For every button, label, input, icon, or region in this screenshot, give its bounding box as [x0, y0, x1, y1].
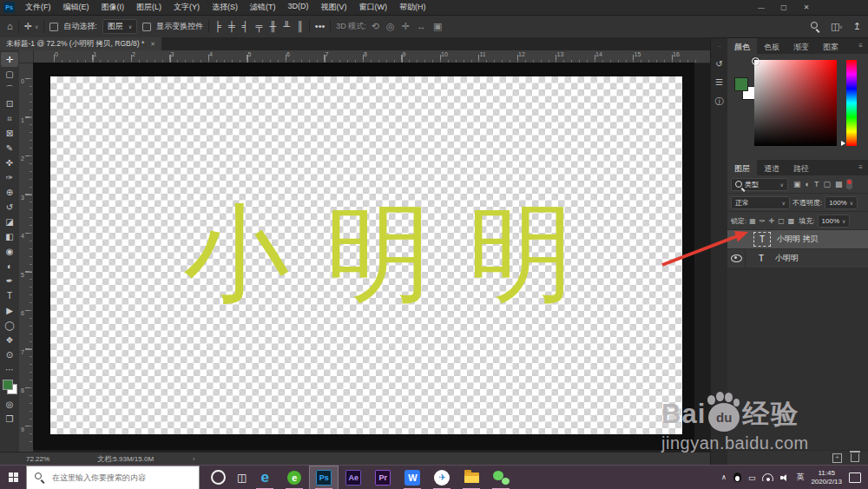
move-tool[interactable]: ✛ [1, 52, 18, 67]
start-button[interactable] [0, 466, 26, 489]
menu-item[interactable]: 视图(V) [315, 2, 353, 13]
action-center-icon[interactable] [849, 472, 861, 483]
filter-toggle-switch[interactable] [846, 179, 852, 189]
hue-slider[interactable] [846, 60, 857, 146]
marquee-tool[interactable]: ▢ [1, 67, 18, 82]
search-icon[interactable] [811, 22, 820, 31]
type-tool[interactable]: T [1, 288, 18, 303]
restore-button[interactable]: ▢ [773, 0, 795, 15]
hand-tool[interactable]: ❖ [1, 333, 18, 347]
brush-tool[interactable]: ✑ [1, 170, 18, 185]
healing-brush-tool[interactable]: ✜ [1, 155, 18, 170]
status-chevron-icon[interactable]: › [193, 455, 195, 463]
screen-mode-icon[interactable]: ❐ [1, 412, 18, 426]
lasso-tool[interactable]: ⌒ [1, 82, 18, 96]
lock-position-icon[interactable]: ✛ [769, 217, 775, 225]
taskbar-360-browser[interactable]: e [279, 466, 309, 489]
wifi-icon[interactable] [762, 473, 773, 481]
taskbar-clock[interactable]: 11:45 2020/2/13 [811, 469, 842, 486]
path-selection-tool[interactable]: ▶ [1, 303, 18, 318]
info-panel-icon[interactable]: ⓘ [715, 96, 724, 108]
lock-all-icon[interactable]: ▩ [788, 217, 795, 225]
eraser-tool[interactable]: ◪ [1, 215, 18, 229]
filter-smart-icon[interactable]: ▩ [835, 180, 843, 188]
edit-toolbar-icon[interactable]: ⋯ [1, 362, 18, 377]
align-top-icon[interactable]: ╤ [256, 22, 263, 31]
object-selection-tool[interactable]: ⊡ [1, 96, 18, 111]
document-canvas[interactable]: 小明明 [50, 76, 682, 434]
menu-item[interactable]: 图像(I) [95, 2, 131, 13]
new-layer-icon[interactable]: + [832, 453, 842, 463]
menu-item[interactable]: 编辑(E) [57, 2, 95, 13]
distribute-h-icon[interactable]: ╫ [269, 22, 276, 31]
panel-tab[interactable]: 色板 [757, 38, 786, 54]
frame-tool[interactable]: ⊠ [1, 126, 18, 141]
workspace-switcher[interactable]: ◫∨ [831, 22, 843, 31]
history-panel-icon[interactable]: ↺ [715, 59, 722, 69]
3d-slide-icon[interactable]: ↔ [417, 22, 426, 31]
3d-orbit-icon[interactable]: ⟲ [372, 22, 379, 31]
taskbar-search-box[interactable] [26, 466, 200, 489]
taskbar-explorer[interactable] [457, 466, 486, 489]
layer-visibility-toggle[interactable] [727, 249, 746, 268]
crop-tool[interactable]: ⌗ [1, 111, 18, 126]
search-input[interactable] [50, 472, 184, 483]
quick-mask-icon[interactable]: ◎ [1, 397, 18, 412]
dock-handle[interactable]: ‥ [717, 42, 721, 50]
auto-select-dropdown[interactable]: 图层∨ [102, 19, 137, 34]
align-left-icon[interactable]: ╞ [214, 22, 221, 31]
taskbar-edge[interactable]: e [250, 466, 279, 489]
input-language[interactable]: 英 [796, 472, 804, 483]
blur-tool[interactable]: ◉ [1, 244, 18, 259]
touchpad-tray-icon[interactable]: ▭ [748, 473, 756, 482]
task-view-icon[interactable]: ◫ [237, 472, 247, 484]
menu-item[interactable]: 帮助(H) [393, 2, 432, 13]
filter-adjustment-icon[interactable]: ◐ [806, 180, 810, 188]
menu-item[interactable]: 3D(D) [282, 2, 315, 13]
menu-item[interactable]: 文件(F) [19, 2, 57, 13]
filter-shape-icon[interactable]: ▢ [823, 180, 831, 188]
distribute-v-icon[interactable]: ╨ [283, 22, 290, 31]
color-picker-ring[interactable] [752, 57, 760, 65]
minimize-button[interactable]: — [750, 0, 773, 15]
filter-type-icon[interactable]: T [814, 180, 819, 188]
filter-pixel-icon[interactable]: ▣ [793, 180, 801, 188]
align-center-h-icon[interactable]: ╪ [228, 22, 235, 31]
color-saturation-field[interactable] [754, 60, 837, 146]
cortana-icon[interactable] [211, 470, 226, 485]
pen-tool[interactable]: ✒ [1, 274, 18, 288]
document-tab[interactable]: 未标题-1 @ 72.2% (小明明 拷贝, RGB/8) * ✕ [0, 37, 161, 50]
foreground-color-swatch[interactable] [3, 380, 13, 390]
clone-stamp-tool[interactable]: ⊕ [1, 185, 18, 200]
panel-menu-icon[interactable]: ≡ [853, 160, 868, 175]
lock-transparent-icon[interactable]: ▦ [749, 217, 756, 225]
3d-pan-icon[interactable]: ✛ [402, 22, 410, 31]
panel-tab[interactable]: 渐变 [786, 38, 816, 54]
distribute-spacing-icon[interactable]: ║ [297, 22, 304, 31]
layer-row[interactable]: T 小明明 拷贝 [727, 230, 868, 249]
show-transform-checkbox[interactable] [142, 23, 151, 31]
taskbar-after-effects[interactable]: Ae [339, 466, 368, 489]
panel-tab[interactable]: 图案 [816, 38, 845, 54]
zoom-level[interactable]: 72.22% [26, 455, 49, 463]
close-button[interactable]: ✕ [795, 0, 818, 15]
volume-icon[interactable] [780, 473, 789, 482]
panel-menu-icon[interactable]: ≡ [853, 38, 868, 54]
home-icon[interactable]: ⌂ [7, 22, 13, 31]
share-icon[interactable]: ↥ [853, 22, 861, 31]
blend-mode-dropdown[interactable]: 正常∨ [731, 196, 790, 209]
align-right-icon[interactable]: ╡ [242, 22, 249, 31]
menu-item[interactable]: 窗口(W) [353, 2, 394, 13]
zoom-tool[interactable]: ⊙ [1, 347, 18, 362]
eyedropper-tool[interactable]: ✎ [1, 141, 18, 155]
lock-pixels-icon[interactable]: ✑ [760, 217, 766, 225]
lock-artboard-icon[interactable]: ▢ [778, 217, 785, 225]
history-brush-tool[interactable]: ↺ [1, 200, 18, 215]
taskbar-wechat[interactable] [486, 466, 516, 489]
3d-roll-icon[interactable]: ◎ [386, 22, 395, 31]
auto-select-checkbox[interactable] [49, 23, 58, 31]
opacity-dropdown[interactable]: 100%∨ [825, 196, 858, 209]
panel-tab[interactable]: 颜色 [727, 38, 757, 54]
3d-camera-icon[interactable]: ▣ [433, 22, 442, 31]
panel-tab[interactable]: 通道 [757, 160, 786, 175]
